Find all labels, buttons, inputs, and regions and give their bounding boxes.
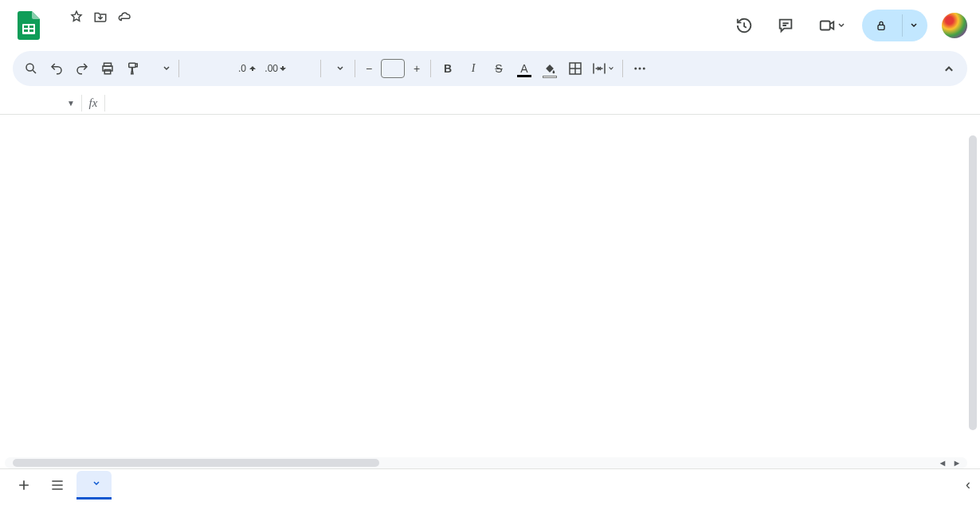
svg-rect-1 [24,25,28,28]
text-color-button[interactable]: A [512,57,536,80]
document-title[interactable] [51,15,61,18]
format-currency[interactable] [184,57,208,80]
explore-button[interactable]: ‹ [966,476,970,493]
scroll-left-icon[interactable]: ◄ [935,456,950,469]
font-size-input[interactable] [381,59,405,78]
sheet-tabs-bar: ‹ [0,468,980,500]
formula-bar: ▼ fx [0,92,980,115]
format-percent[interactable] [210,57,233,80]
comments-icon[interactable] [770,10,802,41]
more-toolbar-icon[interactable] [628,57,652,80]
strikethrough-button[interactable]: S [487,57,511,80]
sheet-tab-active[interactable] [76,471,112,500]
share-button[interactable] [862,10,927,41]
add-sheet-button[interactable] [10,471,38,500]
chevron-down-icon [92,480,100,488]
vertical-scrollbar[interactable] [967,135,978,457]
svg-rect-5 [821,22,830,30]
merge-cells-button[interactable] [589,57,617,80]
paint-format-icon[interactable] [121,57,145,80]
svg-point-13 [634,68,637,70]
account-avatar[interactable] [942,13,967,38]
meet-icon[interactable] [811,10,853,41]
font-select[interactable] [326,57,350,80]
search-menus-icon[interactable] [19,57,43,80]
name-box[interactable]: ▼ [5,94,81,113]
svg-point-15 [643,68,645,70]
increase-decimal[interactable]: .00 [261,57,290,80]
share-dropdown[interactable] [902,14,924,37]
chevron-down-icon: ▼ [67,99,75,108]
horizontal-scrollbar[interactable] [5,457,967,468]
svg-rect-3 [24,29,28,32]
star-icon[interactable] [69,9,84,25]
sheets-logo[interactable] [13,10,45,41]
zoom-select[interactable] [147,57,174,80]
redo-icon[interactable] [70,57,94,80]
svg-point-7 [26,64,33,71]
more-formats[interactable] [292,57,316,80]
bold-button[interactable]: B [436,57,460,80]
move-icon[interactable] [92,9,108,25]
print-icon[interactable] [96,57,120,80]
all-sheets-button[interactable] [43,471,72,500]
svg-rect-4 [29,29,33,32]
collapse-toolbar-icon[interactable] [937,57,961,80]
svg-rect-0 [22,24,35,34]
decrease-decimal[interactable]: .0 [235,57,260,80]
scroll-right-icon[interactable]: ► [950,456,964,469]
spreadsheet-grid[interactable] [0,115,980,457]
cloud-icon[interactable] [116,9,132,25]
increase-font-size[interactable]: + [408,57,425,80]
lock-icon [875,19,888,32]
toolbar: .0 .00 − + B I S A [13,51,967,86]
fill-color-button[interactable] [538,57,562,80]
svg-rect-2 [29,25,33,28]
title-bar [0,0,980,51]
undo-icon[interactable] [45,57,69,80]
borders-button[interactable] [563,57,587,80]
svg-rect-6 [878,25,884,29]
italic-button[interactable]: I [461,57,485,80]
fx-icon: fx [81,95,105,112]
svg-rect-11 [129,63,135,67]
decrease-font-size[interactable]: − [360,57,378,80]
history-icon[interactable] [728,10,760,41]
svg-point-14 [639,68,641,70]
